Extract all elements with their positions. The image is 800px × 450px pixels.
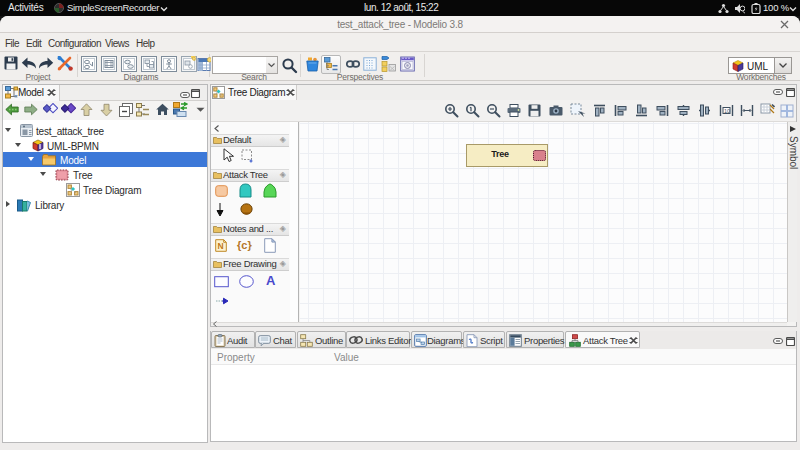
svg-text:N: N — [218, 241, 224, 251]
svg-text:10: 10 — [724, 108, 730, 114]
